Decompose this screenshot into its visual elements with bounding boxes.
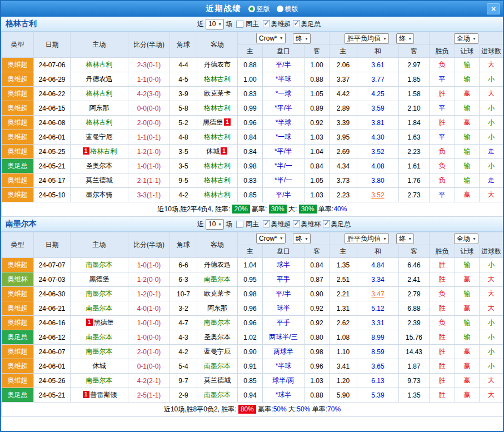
- type-cell: 奥维超: [2, 188, 34, 202]
- corners-cell: 9-5: [170, 173, 197, 188]
- col-avg-away: 客: [399, 245, 430, 258]
- avg-odds-select[interactable]: 胜平负均值▼: [345, 33, 389, 44]
- same-home-label: 同主: [246, 220, 259, 229]
- home-team-cell: 南墨尔本: [71, 287, 128, 301]
- result-cell: 胜: [430, 388, 455, 403]
- avg-away-odds: 2.73: [399, 188, 430, 202]
- avg-home-odds: 2.62: [330, 316, 357, 330]
- goals-cell: 小: [480, 72, 503, 87]
- table-row: 奥足总24-05-211普雷斯顿2-5(1-1)2-9南墨尔本0.94*球半0.…: [2, 388, 503, 403]
- avg-draw-odds: 3.47: [357, 287, 399, 301]
- team-name: 丹德农迅: [86, 75, 113, 83]
- home-team-cell: 阿东那: [71, 101, 128, 116]
- table-row: 奥维超24-06-08格林古利2-0(0-0)5-2黑德堡10.96*半球0.9…: [2, 116, 503, 130]
- corners-cell: 3-2: [170, 301, 197, 316]
- avg-home-odds: 3.73: [330, 173, 357, 188]
- close-button[interactable]: ×: [487, 3, 500, 14]
- horizontal-layout-radio[interactable]: [277, 6, 283, 12]
- handicap-cell: 平/半: [263, 58, 305, 72]
- team-name-heading: 南墨尔本: [6, 219, 37, 229]
- avg-home-odds: 4.42: [330, 87, 357, 101]
- avg-home-odds: 3.37: [330, 72, 357, 87]
- avg-home-odds: 3.39: [330, 116, 357, 130]
- summary-label: 赢率:: [252, 205, 269, 213]
- red-card-badge: 1: [83, 147, 89, 155]
- avg-home-odds: 5.90: [330, 388, 357, 403]
- handicap-result-cell: 输: [455, 316, 480, 330]
- col-corners: 角球: [170, 232, 197, 258]
- avg-draw-odds: 3.81: [357, 116, 399, 130]
- bookmaker-select[interactable]: Crow*▼: [256, 233, 286, 244]
- score-cell: 1-0(1-0): [128, 258, 170, 272]
- away-team-cell: 格林古利: [197, 188, 238, 202]
- match-count-select[interactable]: 10▼: [206, 219, 224, 230]
- avg-away-odds: 6.88: [399, 301, 430, 316]
- handicap-cell: *平/半: [263, 101, 305, 116]
- avg-stage-select[interactable]: 终▼: [396, 234, 414, 244]
- same-home-checkbox[interactable]: [236, 221, 243, 228]
- handicap-result-cell: 赢: [455, 374, 480, 388]
- type-cell: 奥维超: [2, 301, 34, 316]
- score-cell: 1-1(0-1): [128, 130, 170, 145]
- chevron-down-icon: ▼: [280, 36, 283, 40]
- team-name: 南墨尔本: [86, 347, 113, 355]
- corners-cell: 4-5: [170, 72, 197, 87]
- same-home-checkbox[interactable]: [236, 21, 243, 28]
- team-name: 格林古利: [204, 162, 231, 170]
- team-name: 格林古利: [86, 90, 113, 97]
- scope-select[interactable]: 全场▼: [454, 234, 478, 244]
- league-checkbox-奥维超[interactable]: [263, 20, 270, 27]
- home-team-cell: 1普雷斯顿: [71, 388, 128, 403]
- handicap-cell: 两球半/三: [263, 330, 305, 345]
- table-row: 奥维超24-06-01蓝曼宁厄1-1(0-1)4-8格林古利0.84*一球1.0…: [2, 130, 503, 145]
- team-name: 南墨尔本: [204, 275, 231, 283]
- avg-draw-odds: 8.59: [357, 345, 399, 359]
- crown-away-odds: 0.92: [305, 316, 330, 330]
- league-checkbox-奥足总[interactable]: [323, 220, 330, 227]
- away-team-cell: 休城1: [197, 145, 238, 159]
- table-row: 奥维超24-05-10墨尔本骑3-3(1-1)4-2格林古利0.85平/半1.0…: [2, 188, 503, 202]
- league-checkbox-奥足总[interactable]: [293, 20, 300, 27]
- date-cell: 24-06-08: [34, 116, 71, 130]
- match-count-select[interactable]: 10▼: [206, 19, 224, 29]
- team-name: 欧克莱卡: [204, 290, 231, 297]
- avg-draw-odds: 4.08: [357, 159, 399, 173]
- col-home: 主场: [71, 232, 128, 258]
- corners-cell: 2-9: [170, 388, 197, 403]
- section-header: 格林古利 近 10▼ 场 同主 奥维超奥足总: [1, 17, 503, 32]
- handicap-cell: *球半: [263, 388, 305, 403]
- goals-cell: 小: [480, 130, 503, 145]
- table-row: 奥维超24-06-01休城0-1(0-0)5-4南墨尔本0.91*半球0.963…: [2, 359, 503, 374]
- crown-home-odds: 0.85: [238, 374, 263, 388]
- league-checkbox-奥维超[interactable]: [263, 220, 270, 227]
- table-row: 奥维超24-05-251格林古利1-2(1-0)3-5休城10.84*平/半1.…: [2, 145, 503, 159]
- date-cell: 24-06-01: [34, 130, 71, 145]
- handicap-result-cell: 输: [455, 258, 480, 272]
- team-name: 蓝曼宁厄: [204, 347, 231, 355]
- team-name: 休城: [93, 362, 106, 370]
- crown-away-odds: 0.90: [305, 287, 330, 301]
- team-name: 格林古利: [86, 118, 113, 126]
- date-cell: 24-05-17: [34, 173, 71, 188]
- avg-away-odds: 1.85: [399, 72, 430, 87]
- filter-controls: 近 10▼ 场 同主 奥维超奥维杯奥足总: [197, 217, 351, 231]
- vertical-layout-radio[interactable]: [248, 6, 255, 12]
- score-cell: 4-0(1-0): [128, 301, 170, 316]
- avg-odds-select[interactable]: 胜平负均值▼: [345, 234, 389, 244]
- crown-home-odds: 1.00: [238, 72, 263, 87]
- red-card-badge: 1: [224, 118, 231, 126]
- date-cell: 24-05-25: [34, 145, 71, 159]
- odds-stage-select[interactable]: 终▼: [293, 234, 311, 244]
- crown-home-odds: 0.83: [238, 87, 263, 101]
- away-team-cell: 南墨尔本: [197, 388, 238, 403]
- result-cell: 胜: [430, 272, 455, 287]
- avg-stage-select[interactable]: 终▼: [396, 33, 414, 44]
- team-name: 南墨尔本: [86, 304, 113, 312]
- scope-select[interactable]: 全场▼: [454, 33, 478, 44]
- type-cell: 奥维超: [2, 145, 34, 159]
- date-cell: 24-06-15: [34, 101, 71, 116]
- odds-stage-select[interactable]: 终▼: [293, 33, 311, 44]
- bookmaker-select[interactable]: Crow*▼: [256, 33, 286, 43]
- home-team-cell: 莫兰德城: [71, 173, 128, 188]
- league-checkbox-奥维杯[interactable]: [293, 220, 300, 227]
